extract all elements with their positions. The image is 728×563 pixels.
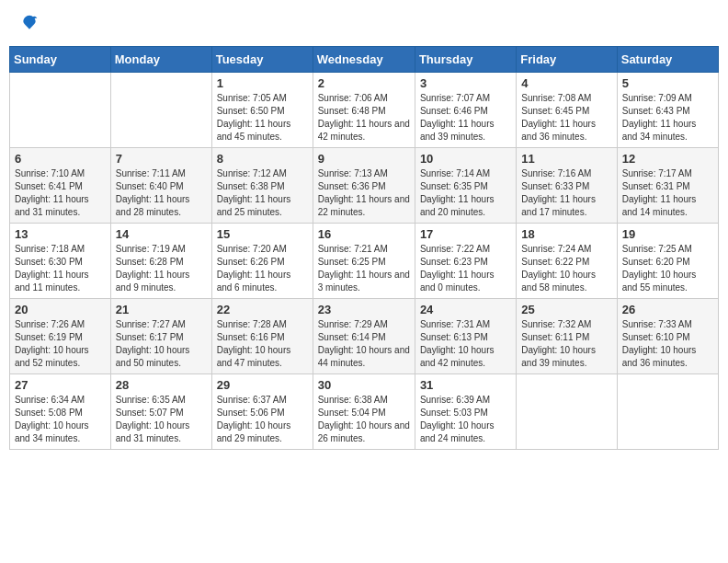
day-info: Sunrise: 7:12 AM Sunset: 6:38 PM Dayligh… — [217, 167, 308, 219]
day-number: 2 — [318, 76, 410, 90]
calendar-cell: 29Sunrise: 6:37 AM Sunset: 5:06 PM Dayli… — [211, 374, 313, 450]
day-number: 10 — [420, 152, 511, 166]
day-info: Sunrise: 7:09 AM Sunset: 6:43 PM Dayligh… — [622, 92, 713, 144]
day-info: Sunrise: 6:34 AM Sunset: 5:08 PM Dayligh… — [15, 394, 106, 445]
day-number: 16 — [318, 227, 410, 241]
day-number: 15 — [217, 227, 308, 241]
calendar-cell: 24Sunrise: 7:31 AM Sunset: 6:13 PM Dayli… — [415, 299, 516, 374]
calendar-cell: 12Sunrise: 7:17 AM Sunset: 6:31 PM Dayli… — [617, 148, 718, 224]
day-number: 31 — [420, 378, 511, 392]
day-info: Sunrise: 7:08 AM Sunset: 6:45 PM Dayligh… — [521, 92, 611, 144]
day-number: 1 — [217, 76, 308, 90]
calendar-cell: 13Sunrise: 7:18 AM Sunset: 6:30 PM Dayli… — [10, 224, 111, 299]
logo — [18, 14, 39, 32]
day-number: 5 — [622, 76, 713, 90]
day-info: Sunrise: 7:18 AM Sunset: 6:30 PM Dayligh… — [15, 243, 106, 294]
day-info: Sunrise: 7:06 AM Sunset: 6:48 PM Dayligh… — [318, 92, 410, 144]
day-info: Sunrise: 7:20 AM Sunset: 6:26 PM Dayligh… — [217, 243, 308, 294]
calendar-cell: 27Sunrise: 6:34 AM Sunset: 5:08 PM Dayli… — [10, 374, 111, 450]
day-number: 17 — [420, 227, 511, 241]
day-info: Sunrise: 6:37 AM Sunset: 5:06 PM Dayligh… — [217, 394, 308, 445]
calendar-week-row: 27Sunrise: 6:34 AM Sunset: 5:08 PM Dayli… — [10, 374, 719, 450]
day-info: Sunrise: 7:10 AM Sunset: 6:41 PM Dayligh… — [15, 167, 106, 219]
weekday-header-friday: Friday — [517, 47, 617, 73]
day-number: 30 — [318, 378, 410, 392]
calendar-cell — [110, 73, 211, 148]
day-number: 18 — [521, 227, 611, 241]
calendar-cell: 2Sunrise: 7:06 AM Sunset: 6:48 PM Daylig… — [313, 73, 415, 148]
day-info: Sunrise: 7:27 AM Sunset: 6:17 PM Dayligh… — [116, 318, 207, 370]
day-number: 14 — [116, 227, 207, 241]
weekday-header-thursday: Thursday — [415, 47, 516, 73]
day-number: 23 — [318, 303, 410, 316]
day-info: Sunrise: 7:16 AM Sunset: 6:33 PM Dayligh… — [521, 167, 611, 219]
day-info: Sunrise: 6:38 AM Sunset: 5:04 PM Dayligh… — [318, 394, 410, 445]
day-number: 12 — [622, 152, 713, 166]
calendar-table: SundayMondayTuesdayWednesdayThursdayFrid… — [9, 46, 719, 450]
calendar-week-row: 1Sunrise: 7:05 AM Sunset: 6:50 PM Daylig… — [10, 73, 719, 148]
calendar-cell: 5Sunrise: 7:09 AM Sunset: 6:43 PM Daylig… — [617, 73, 718, 148]
calendar-cell: 1Sunrise: 7:05 AM Sunset: 6:50 PM Daylig… — [211, 73, 313, 148]
day-number: 6 — [15, 152, 106, 166]
weekday-header-monday: Monday — [110, 47, 211, 73]
day-number: 13 — [15, 227, 106, 241]
calendar-cell: 19Sunrise: 7:25 AM Sunset: 6:20 PM Dayli… — [617, 224, 718, 299]
day-info: Sunrise: 6:39 AM Sunset: 5:03 PM Dayligh… — [420, 394, 511, 445]
logo-bird-icon — [20, 14, 39, 32]
day-info: Sunrise: 7:05 AM Sunset: 6:50 PM Dayligh… — [217, 92, 308, 144]
day-info: Sunrise: 6:35 AM Sunset: 5:07 PM Dayligh… — [116, 394, 207, 445]
calendar-cell — [617, 374, 718, 450]
calendar-cell: 14Sunrise: 7:19 AM Sunset: 6:28 PM Dayli… — [110, 224, 211, 299]
day-info: Sunrise: 7:14 AM Sunset: 6:35 PM Dayligh… — [420, 167, 511, 219]
weekday-header-wednesday: Wednesday — [313, 47, 415, 73]
day-number: 24 — [420, 303, 511, 316]
calendar-cell: 11Sunrise: 7:16 AM Sunset: 6:33 PM Dayli… — [517, 148, 617, 224]
day-number: 3 — [420, 76, 511, 90]
calendar-cell: 8Sunrise: 7:12 AM Sunset: 6:38 PM Daylig… — [211, 148, 313, 224]
day-info: Sunrise: 7:33 AM Sunset: 6:10 PM Dayligh… — [622, 318, 713, 370]
day-info: Sunrise: 7:11 AM Sunset: 6:40 PM Dayligh… — [116, 167, 207, 219]
day-number: 22 — [217, 303, 308, 316]
day-number: 28 — [116, 378, 207, 392]
day-number: 25 — [521, 303, 611, 316]
calendar-cell: 23Sunrise: 7:29 AM Sunset: 6:14 PM Dayli… — [313, 299, 415, 374]
calendar-cell: 7Sunrise: 7:11 AM Sunset: 6:40 PM Daylig… — [110, 148, 211, 224]
weekday-header-saturday: Saturday — [617, 47, 718, 73]
calendar-week-row: 20Sunrise: 7:26 AM Sunset: 6:19 PM Dayli… — [10, 299, 719, 374]
weekday-header-sunday: Sunday — [10, 47, 111, 73]
day-number: 21 — [116, 303, 207, 316]
calendar-cell: 4Sunrise: 7:08 AM Sunset: 6:45 PM Daylig… — [517, 73, 617, 148]
calendar-cell: 6Sunrise: 7:10 AM Sunset: 6:41 PM Daylig… — [10, 148, 111, 224]
calendar-cell: 9Sunrise: 7:13 AM Sunset: 6:36 PM Daylig… — [313, 148, 415, 224]
calendar-cell — [10, 73, 111, 148]
day-info: Sunrise: 7:07 AM Sunset: 6:46 PM Dayligh… — [420, 92, 511, 144]
day-info: Sunrise: 7:25 AM Sunset: 6:20 PM Dayligh… — [622, 243, 713, 294]
calendar-cell: 25Sunrise: 7:32 AM Sunset: 6:11 PM Dayli… — [517, 299, 617, 374]
calendar-cell: 21Sunrise: 7:27 AM Sunset: 6:17 PM Dayli… — [110, 299, 211, 374]
calendar-cell — [517, 374, 617, 450]
day-info: Sunrise: 7:13 AM Sunset: 6:36 PM Dayligh… — [318, 167, 410, 219]
day-number: 26 — [622, 303, 713, 316]
calendar-cell: 17Sunrise: 7:22 AM Sunset: 6:23 PM Dayli… — [415, 224, 516, 299]
calendar-cell: 10Sunrise: 7:14 AM Sunset: 6:35 PM Dayli… — [415, 148, 516, 224]
day-number: 27 — [15, 378, 106, 392]
day-info: Sunrise: 7:17 AM Sunset: 6:31 PM Dayligh… — [622, 167, 713, 219]
day-number: 9 — [318, 152, 410, 166]
day-info: Sunrise: 7:26 AM Sunset: 6:19 PM Dayligh… — [15, 318, 106, 370]
day-info: Sunrise: 7:31 AM Sunset: 6:13 PM Dayligh… — [420, 318, 511, 370]
day-info: Sunrise: 7:22 AM Sunset: 6:23 PM Dayligh… — [420, 243, 511, 294]
day-number: 11 — [521, 152, 611, 166]
calendar-cell: 26Sunrise: 7:33 AM Sunset: 6:10 PM Dayli… — [617, 299, 718, 374]
calendar-cell: 31Sunrise: 6:39 AM Sunset: 5:03 PM Dayli… — [415, 374, 516, 450]
day-info: Sunrise: 7:21 AM Sunset: 6:25 PM Dayligh… — [318, 243, 410, 294]
day-info: Sunrise: 7:29 AM Sunset: 6:14 PM Dayligh… — [318, 318, 410, 370]
calendar-cell: 3Sunrise: 7:07 AM Sunset: 6:46 PM Daylig… — [415, 73, 516, 148]
calendar-week-row: 13Sunrise: 7:18 AM Sunset: 6:30 PM Dayli… — [10, 224, 719, 299]
day-number: 19 — [622, 227, 713, 241]
day-info: Sunrise: 7:24 AM Sunset: 6:22 PM Dayligh… — [521, 243, 611, 294]
calendar-cell: 30Sunrise: 6:38 AM Sunset: 5:04 PM Dayli… — [313, 374, 415, 450]
day-number: 29 — [217, 378, 308, 392]
calendar-week-row: 6Sunrise: 7:10 AM Sunset: 6:41 PM Daylig… — [10, 148, 719, 224]
calendar-cell: 18Sunrise: 7:24 AM Sunset: 6:22 PM Dayli… — [517, 224, 617, 299]
calendar-header-row: SundayMondayTuesdayWednesdayThursdayFrid… — [10, 47, 719, 73]
